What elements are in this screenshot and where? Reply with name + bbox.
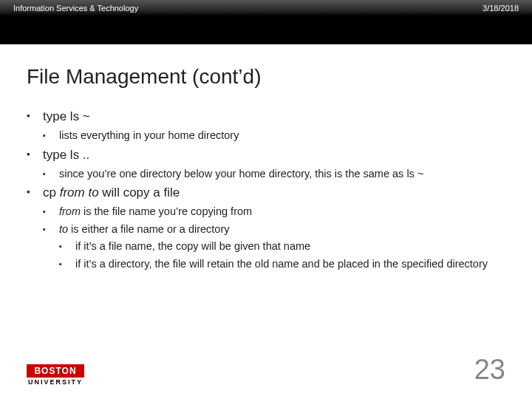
subsubbullet: if it’s a file name, the copy will be gi…	[59, 239, 505, 254]
bullet-cp: cp from to will copy a file from is the …	[27, 185, 505, 271]
page-number: 23	[474, 354, 505, 386]
subbullet: lists everything in your home directory	[43, 129, 505, 143]
command-text: ls ~	[406, 168, 423, 180]
logo-top: BOSTON	[27, 364, 84, 378]
bu-logo: BOSTON UNIVERSITY	[27, 364, 84, 386]
bullet-list: type ls ~ lists everything in your home …	[27, 109, 505, 271]
bullet-text: type	[43, 148, 70, 162]
header-band: Information Services & Technology 3/18/2…	[0, 0, 532, 16]
arg-text: to	[59, 223, 68, 235]
subsubbullet: if it’s a directory, the file will retai…	[59, 257, 505, 272]
subbullet: since you’re one directory below your ho…	[43, 167, 505, 182]
sub-text: is either a file name or a directory	[68, 223, 229, 235]
bullet-text: will copy a file	[99, 185, 180, 200]
bullet-ls-home: type ls ~ lists everything in your home …	[27, 109, 505, 143]
sub-text: since you’re one directory below your ho…	[59, 168, 406, 180]
slide: Information Services & Technology 3/18/2…	[0, 0, 532, 399]
subbullet-from: from is the file name you’re copying fro…	[43, 205, 505, 219]
arg-text: from to	[60, 185, 99, 200]
bullet-text: type	[43, 109, 70, 123]
bullet-ls-parent: type ls .. since you’re one directory be…	[27, 148, 505, 182]
command-text: ls ~	[70, 109, 90, 123]
arg-text: from	[59, 205, 81, 217]
header-date: 3/18/2018	[482, 4, 519, 13]
command-text: ls ..	[70, 148, 89, 162]
command-text: cp	[43, 185, 60, 200]
logo-bottom: UNIVERSITY	[27, 378, 84, 386]
header-black-band	[0, 16, 532, 44]
slide-title: File Management (cont’d)	[27, 65, 505, 89]
subbullet-to: to is either a file name or a directory …	[43, 222, 505, 272]
content-area: File Management (cont’d) type ls ~ lists…	[0, 44, 532, 399]
header-left: Information Services & Technology	[13, 4, 138, 13]
sub-text: is the file name you’re copying from	[81, 205, 252, 217]
footer: BOSTON UNIVERSITY 23	[0, 354, 532, 392]
